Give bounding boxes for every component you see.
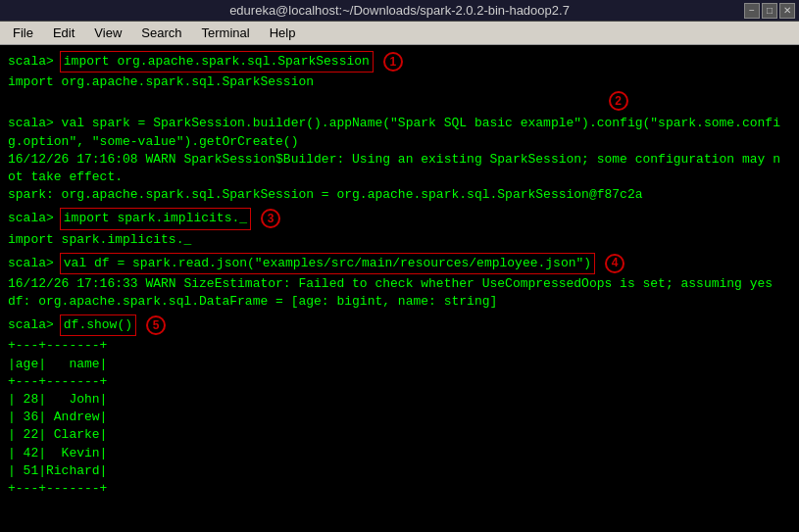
- cmd-line-3b: g.option", "some-value").getOrCreate(): [8, 133, 791, 151]
- output-1-blank: 2: [8, 91, 791, 111]
- annotation-5: 5: [146, 315, 166, 335]
- prompt-1: scala>: [8, 53, 54, 71]
- window-controls: − □ ✕: [744, 3, 795, 19]
- block-5: scala> val df = spark.read.json("example…: [8, 253, 791, 312]
- cmd-line-1: scala> import org.apache.spark.sql.Spark…: [8, 51, 791, 73]
- warn-3-2: ot take effect.: [8, 169, 791, 186]
- block-1: scala> import org.apache.spark.sql.Spark…: [8, 51, 791, 111]
- menu-search[interactable]: Search: [132, 23, 190, 43]
- prompt-4: scala>: [8, 210, 54, 227]
- cmd-box-6: df.show(): [60, 314, 136, 336]
- table-row-4: | 36| Andrew|: [8, 409, 791, 426]
- cmd-box-5: val df = spark.read.json("examples/src/m…: [60, 253, 595, 274]
- table-row-0: +---+-------+: [8, 337, 791, 355]
- table-row-1: |age| name|: [8, 356, 791, 373]
- warn-3-3: spark: org.apache.spark.sql.SparkSession…: [8, 186, 791, 204]
- table-row-8: +---+-------+: [8, 480, 791, 498]
- output-1-1: import org.apache.spark.sql.SparkSession: [8, 73, 791, 91]
- prompt-6: scala>: [8, 316, 54, 334]
- cmd-line-6: scala> df.show() 5: [8, 314, 791, 336]
- menu-edit[interactable]: Edit: [44, 23, 83, 43]
- minimize-button[interactable]: −: [744, 3, 760, 19]
- annotation-1: 1: [383, 52, 403, 72]
- cmd-line-3: scala> val spark = SparkSession.builder(…: [8, 115, 791, 132]
- menu-help[interactable]: Help: [261, 23, 305, 43]
- cmd-line-4: scala> import spark.implicits._ 3: [8, 208, 791, 229]
- output-4-1: import spark.implicits._: [8, 231, 791, 249]
- menu-file[interactable]: File: [4, 23, 42, 43]
- block-4: scala> import spark.implicits._ 3 import…: [8, 208, 791, 248]
- close-button[interactable]: ✕: [779, 3, 795, 19]
- block-6: scala> df.show() 5 +---+-------+ |age| n…: [8, 314, 791, 498]
- table-row-2: +---+-------+: [8, 373, 791, 391]
- prompt-5: scala>: [8, 255, 54, 272]
- table-row-6: | 42| Kevin|: [8, 445, 791, 462]
- menu-terminal[interactable]: Terminal: [193, 23, 259, 43]
- warn-3-1: 16/12/26 17:16:08 WARN SparkSession$Buil…: [8, 151, 791, 169]
- menu-view[interactable]: View: [85, 23, 130, 43]
- title-text: edureka@localhost:~/Downloads/spark-2.0.…: [229, 3, 570, 18]
- maximize-button[interactable]: □: [762, 3, 777, 19]
- cmd-box-4: import spark.implicits._: [60, 208, 251, 229]
- table-row-7: | 51|Richard|: [8, 462, 791, 480]
- annotation-3: 3: [261, 209, 280, 228]
- table-row-5: | 22| Clarke|: [8, 426, 791, 444]
- output-5-2: df: org.apache.spark.sql.DataFrame = [ag…: [8, 293, 791, 311]
- cmd-box-1: import org.apache.spark.sql.SparkSession: [60, 51, 374, 73]
- terminal[interactable]: scala> import org.apache.spark.sql.Spark…: [0, 45, 799, 532]
- titlebar: edureka@localhost:~/Downloads/spark-2.0.…: [0, 0, 799, 22]
- table-row-3: | 28| John|: [8, 391, 791, 409]
- annotation-4: 4: [605, 254, 624, 273]
- menubar: File Edit View Search Terminal Help: [0, 22, 799, 45]
- cmd-line-5: scala> val df = spark.read.json("example…: [8, 253, 791, 274]
- output-5-1: 16/12/26 17:16:33 WARN SizeEstimator: Fa…: [8, 275, 791, 293]
- block-3: scala> val spark = SparkSession.builder(…: [8, 115, 791, 204]
